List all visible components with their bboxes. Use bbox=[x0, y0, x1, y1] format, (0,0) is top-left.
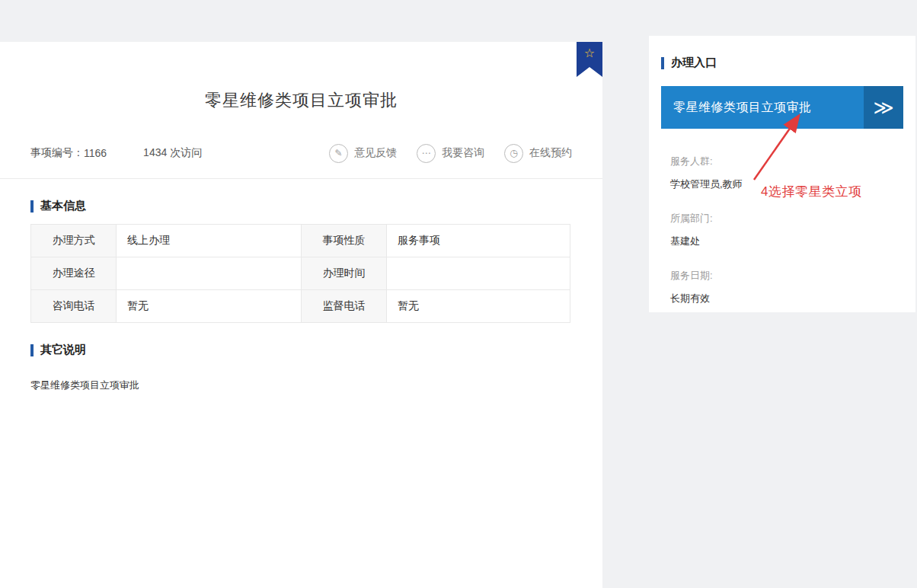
clock-icon: ◷ bbox=[504, 144, 523, 163]
reserve-button[interactable]: ◷ 在线预约 bbox=[504, 144, 572, 163]
basic-info-section-header: 基本信息 bbox=[0, 199, 602, 213]
entry-panel: 办理入口 零星维修类项目立项审批 ≫ 服务人群: 学校管理员,教师 所属部门: … bbox=[649, 36, 915, 312]
meta-row: 事项编号：1166 1434 次访问 ✎ 意见反馈 ⋯ 我要咨询 ◷ 在线预约 bbox=[0, 142, 602, 164]
table-value-cell: 暂无 bbox=[387, 290, 570, 323]
table-label-cell: 事项性质 bbox=[302, 225, 387, 257]
consult-button[interactable]: ⋯ 我要咨询 bbox=[417, 144, 484, 163]
chat-icon: ⋯ bbox=[417, 144, 436, 163]
table-label-cell: 咨询电话 bbox=[31, 290, 117, 323]
service-date-label: 服务日期: bbox=[670, 269, 903, 283]
divider bbox=[0, 178, 602, 179]
basic-info-title: 基本信息 bbox=[40, 199, 86, 213]
department-label: 所属部门: bbox=[670, 212, 903, 225]
reserve-label: 在线预约 bbox=[529, 146, 572, 160]
table-row: 咨询电话 暂无 监督电话 暂无 bbox=[31, 290, 570, 323]
consult-label: 我要咨询 bbox=[442, 146, 484, 160]
entry-panel-header: 办理入口 bbox=[661, 56, 903, 70]
feedback-label: 意见反馈 bbox=[354, 146, 397, 160]
table-row: 办理途径 办理时间 bbox=[31, 257, 570, 290]
field-group: 服务日期: 长期有效 bbox=[670, 269, 903, 305]
table-value-cell: 服务事项 bbox=[387, 225, 570, 257]
section-accent-bar bbox=[30, 344, 34, 356]
entry-button[interactable]: 零星维修类项目立项审批 ≫ bbox=[661, 86, 903, 129]
service-detail-card: ☆ 零星维修类项目立项审批 事项编号：1166 1434 次访问 ✎ 意见反馈 … bbox=[0, 42, 602, 588]
table-value-cell bbox=[117, 257, 302, 290]
page-title: 零星维修类项目立项审批 bbox=[0, 42, 602, 112]
service-date-value: 长期有效 bbox=[670, 292, 903, 305]
feedback-button[interactable]: ✎ 意见反馈 bbox=[329, 144, 397, 163]
entry-panel-title: 办理入口 bbox=[671, 56, 717, 70]
pencil-icon: ✎ bbox=[329, 144, 348, 163]
entry-button-label: 零星维修类项目立项审批 bbox=[661, 86, 864, 129]
other-notes-title: 其它说明 bbox=[40, 343, 86, 357]
table-row: 办理方式 线上办理 事项性质 服务事项 bbox=[31, 225, 570, 257]
section-accent-bar bbox=[661, 57, 664, 69]
section-accent-bar bbox=[30, 200, 34, 213]
item-number-label: 事项编号： bbox=[30, 146, 84, 160]
other-notes-section-header: 其它说明 bbox=[0, 343, 602, 357]
table-label-cell: 监督电话 bbox=[302, 290, 387, 323]
table-value-cell bbox=[387, 257, 570, 290]
service-audience-label: 服务人群: bbox=[670, 155, 903, 168]
action-buttons: ✎ 意见反馈 ⋯ 我要咨询 ◷ 在线预约 bbox=[309, 144, 572, 163]
table-value-cell: 线上办理 bbox=[117, 225, 302, 257]
visit-count: 1434 次访问 bbox=[143, 146, 202, 160]
annotation-text: 4选择零星类立项 bbox=[761, 183, 861, 200]
table-label-cell: 办理时间 bbox=[302, 257, 387, 290]
field-group: 所属部门: 基建处 bbox=[670, 212, 903, 248]
other-notes-text: 零星维修类项目立项审批 bbox=[0, 379, 602, 392]
entry-fields: 服务人群: 学校管理员,教师 所属部门: 基建处 服务日期: 长期有效 bbox=[661, 155, 903, 305]
double-chevron-right-icon: ≫ bbox=[864, 86, 903, 129]
table-label-cell: 办理方式 bbox=[31, 225, 117, 257]
item-number-value: 1166 bbox=[84, 147, 107, 159]
table-value-cell: 暂无 bbox=[117, 290, 302, 323]
table-label-cell: 办理途径 bbox=[31, 257, 117, 290]
meta-left: 事项编号：1166 1434 次访问 bbox=[30, 146, 202, 160]
basic-info-table: 办理方式 线上办理 事项性质 服务事项 办理途径 办理时间 咨询电话 暂无 监督… bbox=[30, 224, 570, 323]
department-value: 基建处 bbox=[670, 235, 903, 248]
